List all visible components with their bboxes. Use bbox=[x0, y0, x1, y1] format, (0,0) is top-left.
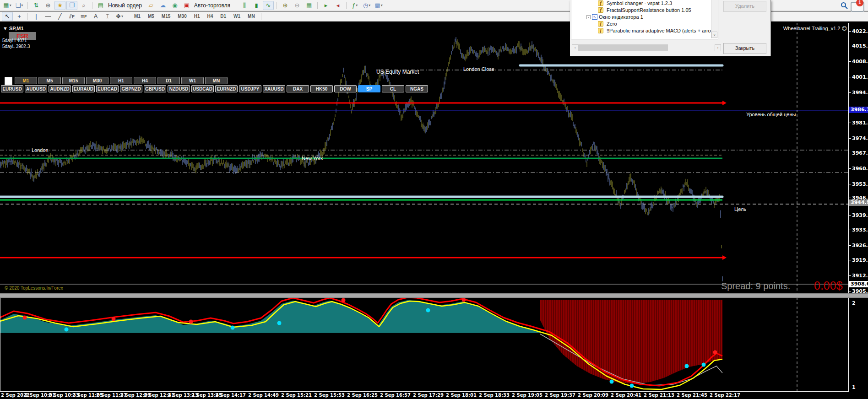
cursor-tool-button[interactable]: ↖ bbox=[2, 12, 13, 21]
chart-symbol-button-ngas[interactable]: NGAS bbox=[406, 85, 428, 92]
toolbar-timeframe-m5[interactable]: M5 bbox=[145, 14, 157, 19]
zoom-in-button[interactable]: ⊕ bbox=[280, 1, 291, 10]
periods-button[interactable]: ◷▾ bbox=[361, 1, 372, 10]
time-axis-label: 2 Sep 16:57 bbox=[380, 393, 411, 398]
time-axis-label: 2 Sep 15:21 bbox=[281, 393, 312, 398]
chart-tf-button-h4[interactable]: H4 bbox=[134, 77, 156, 84]
chart-symbol-button-usdjpy[interactable]: USDJPY bbox=[239, 85, 261, 92]
toolbar-timeframe-w1[interactable]: W1 bbox=[230, 14, 244, 19]
favorites-button[interactable]: ★ bbox=[54, 1, 65, 10]
signals-button[interactable]: ◉ bbox=[169, 1, 180, 10]
toolbar-timeframe-mn[interactable]: MN bbox=[244, 14, 258, 19]
toolbar-timeframe-h4[interactable]: H4 bbox=[204, 14, 217, 19]
toolbar-timeframe-m1[interactable]: M1 bbox=[131, 14, 144, 19]
dialog-horizontal-scrollbar[interactable]: ‹ › bbox=[572, 44, 721, 51]
chart-symbol-button-audusd[interactable]: AUDUSD bbox=[25, 85, 47, 92]
time-axis-label: 2 Sep 19:05 bbox=[512, 393, 542, 398]
scroll-to-end-button[interactable]: ⇅ bbox=[31, 1, 42, 10]
chart-tf-button-mn[interactable]: MN bbox=[205, 77, 228, 84]
arrows-tool-button[interactable]: ✥▾ bbox=[114, 12, 125, 21]
chart-symbol-button-nzdusd[interactable]: NZDUSD bbox=[168, 85, 190, 92]
scroll-left-button[interactable]: ‹ bbox=[572, 44, 578, 51]
dialog-vertical-scrollbar[interactable]: ˅ bbox=[711, 0, 718, 38]
chart-tf-button-m5[interactable]: M5 bbox=[38, 77, 61, 84]
chart-symbol-button-gbpnzd[interactable]: GBPNZD bbox=[120, 85, 142, 92]
search-icon[interactable] bbox=[841, 2, 848, 9]
text-label-tool-button[interactable]: ⌶ bbox=[102, 12, 113, 21]
price-tick-label: 3912.5 bbox=[852, 273, 868, 279]
pane-splitter[interactable] bbox=[0, 293, 868, 298]
toolbar-timeframe-m15[interactable]: M15 bbox=[158, 14, 174, 19]
fibonacci-tool-button[interactable]: ≡ꜰ bbox=[78, 12, 89, 21]
toolbar-separator bbox=[128, 13, 128, 20]
community-button[interactable]: ☁ bbox=[157, 1, 168, 10]
chart-symbol-button-gbpusd[interactable]: GBPUSD bbox=[144, 85, 166, 92]
chart-tf-button-h1[interactable]: H1 bbox=[110, 77, 132, 84]
calendar-icon: ▱ bbox=[149, 2, 153, 9]
vertical-line-tool-button[interactable]: | bbox=[31, 12, 42, 21]
panel-toggle-button[interactable] bbox=[5, 77, 12, 85]
chart-symbol-button-hk50[interactable]: HK50 bbox=[310, 85, 333, 92]
scrollbar-thumb[interactable] bbox=[578, 44, 668, 51]
zoom-out-button[interactable]: ⊖ bbox=[292, 1, 303, 10]
new-chart-button[interactable]: ▦▾ bbox=[2, 1, 13, 10]
chart-tf-button-m15[interactable]: M15 bbox=[62, 77, 85, 84]
dropdown-arrow-icon: ▾ bbox=[381, 3, 383, 7]
go-to-date-button[interactable]: ◂ bbox=[332, 1, 343, 10]
calendar-button[interactable]: ▱ bbox=[146, 1, 157, 10]
tile-windows-button[interactable]: ▦ bbox=[304, 1, 315, 10]
close-dialog-button[interactable]: Закрыть bbox=[723, 43, 766, 54]
time-axis-label: 2 Sep 20:09 bbox=[578, 393, 608, 398]
price-tick-label: 3974.0 bbox=[852, 135, 868, 141]
chart-symbol-button-sp[interactable]: SP bbox=[358, 85, 380, 92]
channel-tool-button[interactable]: ⫽ᴇ bbox=[66, 12, 77, 21]
toolbar-timeframe-d1[interactable]: D1 bbox=[217, 14, 229, 19]
chart-symbol-button-euraud[interactable]: EURAUD bbox=[72, 85, 95, 92]
scroll-right-button[interactable]: › bbox=[715, 44, 721, 51]
templates-button[interactable]: ▩▾ bbox=[373, 1, 384, 10]
indicators-tree[interactable]: ƒSymbol changer - vspat 1.2.3ƒFractalSup… bbox=[571, 0, 718, 39]
annotation-new-york: New York bbox=[302, 156, 323, 161]
market-watch-button[interactable]: ❐ bbox=[66, 1, 77, 10]
chart-tf-button-d1[interactable]: D1 bbox=[157, 77, 180, 84]
delete-indicator-button[interactable]: Удалить bbox=[723, 1, 766, 12]
chart-symbol-label: ▼ SP,M1 bbox=[3, 26, 24, 31]
time-axis-label: 2 Sep 16:25 bbox=[347, 393, 378, 398]
tree-expander-icon[interactable]: - bbox=[586, 15, 591, 19]
line-chart-button[interactable]: ∿ bbox=[263, 1, 274, 10]
step-forward-button[interactable]: ▸ bbox=[320, 1, 331, 10]
chart-symbol-button-usdcad[interactable]: USDCAD bbox=[191, 85, 214, 92]
toolbar-timeframe-m30[interactable]: M30 bbox=[174, 14, 190, 19]
chart-symbol-button-cl[interactable]: CL bbox=[382, 85, 404, 92]
toolbar-timeframe-h1[interactable]: H1 bbox=[191, 14, 203, 19]
quick-search-button[interactable]: ⌕ bbox=[78, 1, 89, 10]
auto-trading-button[interactable]: ▣ bbox=[181, 1, 192, 10]
five-day-low-label: 5dayL 3902.3 bbox=[2, 44, 30, 49]
candlestick-chart-button[interactable]: ▮ bbox=[251, 1, 262, 10]
text-tool-button[interactable]: A bbox=[90, 12, 101, 21]
chart-symbol-button-eurusd[interactable]: EURUSD bbox=[1, 85, 23, 92]
chart-symbol-button-eurcad[interactable]: EURCAD bbox=[96, 85, 119, 92]
bar-chart-button[interactable]: ⫼ bbox=[239, 1, 250, 10]
auto-scroll-button[interactable]: ⊕ bbox=[43, 1, 54, 10]
time-axis-label: 2 Sep 21:13 bbox=[644, 393, 674, 398]
chart-tf-button-w1[interactable]: W1 bbox=[181, 77, 204, 84]
annotation-цель: Цель bbox=[734, 206, 746, 212]
indicators-button[interactable]: ƒ▾ bbox=[349, 1, 360, 10]
crosshair-tool-button[interactable]: + bbox=[14, 12, 25, 21]
trendline-tool-button[interactable]: ╱ bbox=[54, 12, 65, 21]
horizontal-line-tool-button[interactable]: — bbox=[43, 12, 54, 21]
function-icon: ƒ bbox=[598, 21, 603, 27]
chart-profiles-button[interactable]: ❏▾ bbox=[14, 1, 25, 10]
chart-tf-button-m30[interactable]: M30 bbox=[86, 77, 108, 84]
five-day-high-label: 5dayH 4071 bbox=[2, 38, 27, 43]
chart-symbol-button-eurnzd[interactable]: EURNZD bbox=[215, 85, 238, 92]
chart-symbol-button-xauusd[interactable]: XAUUSD bbox=[263, 85, 285, 92]
scroll-down-button[interactable]: ˅ bbox=[711, 32, 717, 38]
chart-symbol-button-audnzd[interactable]: AUDNZD bbox=[49, 85, 71, 92]
chart-tf-button-m1[interactable]: M1 bbox=[15, 77, 37, 84]
chart-symbol-button-dax[interactable]: DAX bbox=[287, 85, 309, 92]
fibonacci-tool-icon: ≡ꜰ bbox=[81, 13, 87, 20]
new-order-button[interactable]: ▤ bbox=[95, 1, 106, 10]
chart-symbol-button-dow[interactable]: DOW bbox=[334, 85, 357, 92]
